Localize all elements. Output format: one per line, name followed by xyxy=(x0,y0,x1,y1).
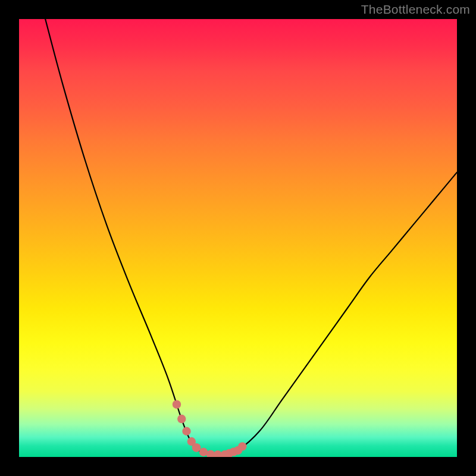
curve-layer xyxy=(19,19,457,457)
dotted-marker xyxy=(238,442,246,450)
dotted-overlay xyxy=(173,400,247,457)
dotted-marker xyxy=(173,400,181,408)
curve-path xyxy=(45,19,457,455)
plot-area xyxy=(19,19,457,457)
dotted-marker xyxy=(182,427,190,436)
dotted-marker xyxy=(192,443,201,452)
bottleneck-curve xyxy=(45,19,457,455)
watermark-text: TheBottleneck.com xyxy=(361,2,470,17)
outer-frame: TheBottleneck.com xyxy=(0,0,476,476)
dotted-marker xyxy=(177,415,186,423)
